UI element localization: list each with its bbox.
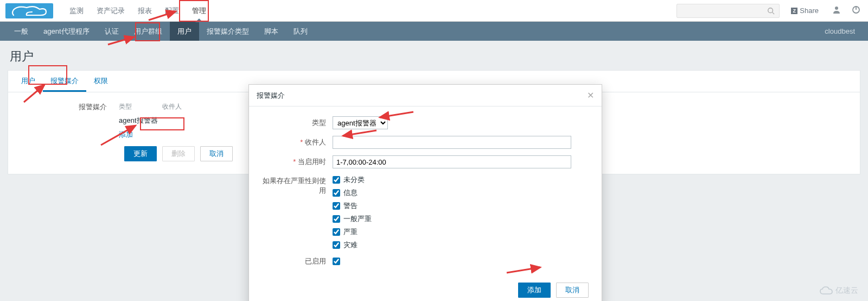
global-search[interactable] <box>676 4 780 18</box>
search-icon <box>767 7 775 15</box>
share-button[interactable]: Z Share <box>786 4 824 18</box>
watermark: 亿速云 <box>819 286 858 296</box>
subnav-proxies[interactable]: agent代理程序 <box>36 22 97 41</box>
modal-title: 报警媒介 <box>257 91 285 101</box>
recipient-input[interactable] <box>333 136 571 149</box>
modal-close-icon[interactable]: ✕ <box>587 90 594 101</box>
modal-cancel-button[interactable]: 取消 <box>556 283 589 298</box>
subnav-general[interactable]: 一般 <box>7 22 36 41</box>
tab-perm[interactable]: 权限 <box>86 71 116 92</box>
subnav-usergroups[interactable]: 用户群组 <box>126 22 170 41</box>
brand-label: cloudbest <box>825 27 861 35</box>
modal-add-button[interactable]: 添加 <box>518 283 551 298</box>
sev-average[interactable]: 一般严重 <box>333 214 372 224</box>
label-when: 当启用时 <box>262 157 333 167</box>
media-modal: 报警媒介 ✕ 类型 agent报警器 收件人 当启用时 如果存在严重性则使用 未… <box>248 84 602 301</box>
subnav-mediatypes[interactable]: 报警媒介类型 <box>199 22 257 41</box>
label-type: 类型 <box>262 118 333 128</box>
when-input[interactable] <box>333 155 571 168</box>
user-icon[interactable] <box>830 3 843 18</box>
cloud-icon <box>819 286 833 295</box>
enabled-checkbox[interactable] <box>333 258 340 265</box>
sev-disaster[interactable]: 灾难 <box>333 240 372 250</box>
nav-inventory[interactable]: 资产记录 <box>90 0 131 22</box>
sub-nav: 一般 agent代理程序 认证 用户群组 用户 报警媒介类型 脚本 队列 clo… <box>0 22 868 41</box>
power-icon[interactable] <box>850 3 863 18</box>
nav-config[interactable]: 配置 <box>158 0 186 22</box>
media-grid: 类型 收件人 agent报警器 添加 <box>116 100 224 142</box>
nav-admin[interactable]: 管理 <box>186 0 213 22</box>
tab-media[interactable]: 报警媒介 <box>43 71 86 92</box>
subnav-auth[interactable]: 认证 <box>97 22 126 41</box>
share-label: Share <box>800 7 819 15</box>
logo[interactable] <box>5 3 53 18</box>
update-button[interactable]: 更新 <box>124 146 157 161</box>
top-nav: 监测 资产记录 报表 配置 管理 Z Share <box>0 0 868 22</box>
media-row-1: agent报警器 <box>116 114 224 128</box>
subnav-users[interactable]: 用户 <box>170 22 199 41</box>
label-recipient: 收件人 <box>262 137 333 147</box>
col-type: 类型 <box>119 102 162 111</box>
cancel-button[interactable]: 取消 <box>200 146 233 161</box>
add-media-link[interactable]: 添加 <box>116 128 136 142</box>
label-severity: 如果存在严重性则使用 <box>262 175 333 196</box>
tab-user[interactable]: 用户 <box>14 71 43 92</box>
media-section-label: 报警媒介 <box>18 100 116 112</box>
col-recipient: 收件人 <box>162 102 182 111</box>
sev-high[interactable]: 严重 <box>333 227 372 237</box>
svg-line-1 <box>773 12 775 14</box>
delete-button: 删除 <box>162 146 195 161</box>
share-icon: Z <box>791 8 797 14</box>
sev-info[interactable]: 信息 <box>333 188 372 198</box>
sev-unclassified[interactable]: 未分类 <box>333 175 372 185</box>
svg-point-2 <box>835 7 838 10</box>
svg-point-0 <box>768 8 773 12</box>
nav-reports[interactable]: 报表 <box>131 0 158 22</box>
subnav-scripts[interactable]: 脚本 <box>257 22 286 41</box>
sev-warning[interactable]: 警告 <box>333 201 372 211</box>
label-enabled: 已启用 <box>262 256 333 266</box>
nav-monitor[interactable]: 监测 <box>63 0 90 22</box>
type-select[interactable]: agent报警器 <box>333 116 388 129</box>
subnav-queue[interactable]: 队列 <box>286 22 315 41</box>
page-title: 用户 <box>0 41 868 70</box>
